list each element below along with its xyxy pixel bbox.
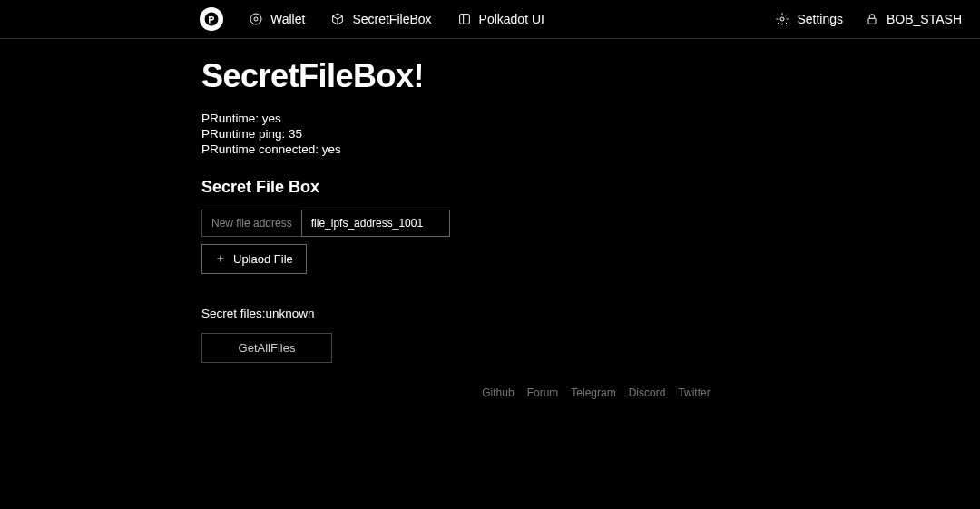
svg-rect-2 bbox=[459, 15, 469, 24]
svg-rect-5 bbox=[868, 18, 876, 24]
section-title: Secret File Box bbox=[201, 178, 744, 197]
svg-point-0 bbox=[250, 14, 261, 24]
header: Wallet SecretFileBox Polkadot UI Setting… bbox=[0, 0, 980, 39]
footer-link-twitter[interactable]: Twitter bbox=[678, 387, 710, 399]
secret-files-label: Secret files:unknown bbox=[201, 307, 744, 320]
nav-wallet-label: Wallet bbox=[270, 12, 305, 26]
page-title: SecretFileBox! bbox=[201, 57, 744, 95]
upload-file-button-label: Uplaod File bbox=[233, 252, 293, 266]
nav-secretfilebox-label: SecretFileBox bbox=[352, 12, 431, 26]
status-pruntime-connected: PRuntime connected: yes bbox=[201, 142, 744, 158]
nav-polkadot-label: Polkadot UI bbox=[479, 12, 544, 26]
status-pruntime: PRuntime: yes bbox=[201, 112, 744, 127]
file-address-label: New file address bbox=[201, 210, 301, 237]
svg-point-4 bbox=[780, 17, 784, 21]
nav-account[interactable]: BOB_STASH bbox=[865, 12, 962, 26]
nav-polkadot-ui[interactable]: Polkadot UI bbox=[457, 12, 544, 26]
nav-settings-label: Settings bbox=[797, 12, 843, 26]
wallet-icon bbox=[249, 12, 263, 26]
lock-icon bbox=[865, 12, 879, 26]
gear-icon bbox=[775, 12, 789, 26]
plus-icon bbox=[215, 253, 226, 264]
footer-link-telegram[interactable]: Telegram bbox=[571, 387, 615, 399]
header-left: Wallet SecretFileBox Polkadot UI bbox=[200, 7, 544, 31]
nav-account-label: BOB_STASH bbox=[887, 12, 962, 26]
header-right: Settings BOB_STASH bbox=[775, 12, 962, 26]
get-all-files-button[interactable]: GetAllFiles bbox=[201, 333, 332, 363]
footer-link-discord[interactable]: Discord bbox=[629, 387, 666, 399]
footer-link-forum[interactable]: Forum bbox=[527, 387, 559, 399]
footer-link-github[interactable]: Github bbox=[482, 387, 514, 399]
upload-file-button[interactable]: Uplaod File bbox=[201, 244, 307, 274]
nav-wallet[interactable]: Wallet bbox=[249, 12, 305, 26]
panel-icon bbox=[457, 12, 472, 26]
box-icon bbox=[330, 12, 345, 26]
svg-point-1 bbox=[254, 17, 258, 21]
status-pruntime-ping: PRuntime ping: 35 bbox=[201, 127, 744, 142]
logo[interactable] bbox=[200, 7, 223, 31]
nav-settings[interactable]: Settings bbox=[775, 12, 843, 26]
file-address-input[interactable] bbox=[301, 210, 450, 237]
main-content: SecretFileBox! PRuntime: yes PRuntime pi… bbox=[0, 39, 744, 363]
file-address-row: New file address bbox=[201, 210, 744, 237]
nav-secretfilebox[interactable]: SecretFileBox bbox=[330, 12, 431, 26]
footer: Github Forum Telegram Discord Twitter bbox=[201, 387, 980, 399]
